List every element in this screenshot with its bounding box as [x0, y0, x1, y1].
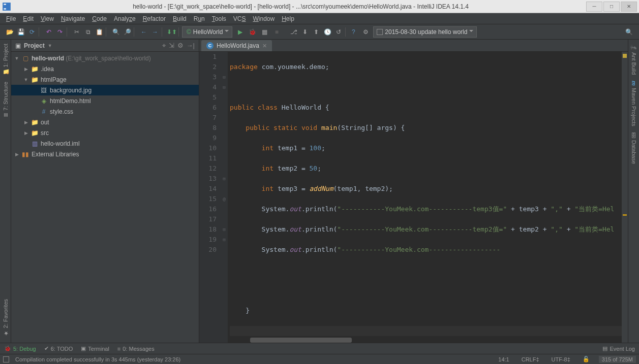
run-config-selector[interactable]: © HelloWorld	[182, 26, 232, 38]
help-icon[interactable]: ?	[349, 27, 358, 37]
undo-icon[interactable]: ↶	[44, 27, 53, 37]
menu-refactor[interactable]: Refactor	[140, 14, 169, 23]
chevron-down-icon[interactable]: ▼	[48, 43, 52, 48]
menu-help[interactable]: Help	[279, 14, 297, 23]
git-revert-icon[interactable]: ↺	[334, 27, 343, 37]
tree-external-libraries[interactable]: ▶ ▮▮ External Libraries	[11, 149, 199, 159]
tree-root[interactable]: ▼ ▢ hello-world (E:\git_work_space\hello…	[11, 53, 199, 63]
tool-messages[interactable]: ≡0: Messages	[117, 346, 155, 352]
css-file-icon: #	[40, 108, 48, 116]
minimize-button[interactable]: ─	[586, 2, 602, 12]
stop-icon[interactable]: ■	[272, 27, 281, 37]
file-encoding[interactable]: UTF-8‡	[549, 356, 573, 362]
close-button[interactable]: ✕	[621, 2, 637, 12]
line-separator[interactable]: CRLF‡	[519, 356, 542, 362]
git-branch-icon[interactable]: ⎇	[289, 27, 298, 37]
rail-maven[interactable]: mMaven Projects	[631, 81, 637, 126]
vcs-commit-selector[interactable]: 2015-08-30 update hello world	[373, 26, 477, 38]
bottom-tool-strip: 🐞5: Debug ✔6: TODO ▣Terminal ≡0: Message…	[0, 343, 639, 354]
git-history-icon[interactable]: 🕓	[323, 27, 332, 37]
menu-vcs[interactable]: VCS	[230, 14, 249, 23]
tree-file-htmldemo[interactable]: ▶ ◈ htmlDemo.html	[11, 95, 199, 106]
java-class-icon: C	[206, 42, 214, 49]
menu-file[interactable]: FFileile	[3, 14, 19, 23]
make-project-icon[interactable]: ⬇⬆	[167, 27, 176, 37]
rail-structure[interactable]: ≣7: Structure	[2, 82, 9, 117]
rail-project[interactable]: 📁1: Project	[2, 44, 9, 76]
open-icon[interactable]: 📂	[5, 27, 14, 37]
tree-htmlpage-folder[interactable]: ▼ 📁 htmlPage	[11, 74, 199, 85]
git-update-icon[interactable]: ⬇	[300, 27, 310, 37]
code-editor[interactable]: 1234567891011121314151617181920 ⊟⊟ ⊡ @ ⊡…	[199, 52, 628, 343]
menu-navigate[interactable]: Navigate	[58, 14, 88, 23]
tree-src-folder[interactable]: ▶ 📁 src	[11, 127, 199, 138]
editor-tab-helloworld[interactable]: C HelloWorld.java ✕	[201, 40, 272, 51]
horizontal-scrollbar[interactable]	[250, 338, 352, 343]
cut-icon[interactable]: ✂	[72, 27, 81, 37]
tree-out-folder[interactable]: ▶ 📁 out	[11, 117, 199, 127]
collapse-icon[interactable]: ⇲	[169, 42, 174, 50]
forward-icon[interactable]: →	[150, 27, 160, 37]
tool-event-log[interactable]: ▤Event Log	[602, 345, 635, 352]
replace-icon[interactable]: 🔎	[123, 27, 132, 37]
save-all-icon[interactable]: 💾	[16, 27, 25, 37]
back-icon[interactable]: ←	[139, 27, 148, 37]
tool-todo[interactable]: ✔6: TODO	[44, 345, 73, 352]
git-push-icon[interactable]: ⬆	[312, 27, 321, 37]
close-tab-icon[interactable]: ✕	[262, 43, 267, 49]
window-titlebar: hello-world - [E:\git_work_space\hello-w…	[0, 0, 639, 13]
sync-icon[interactable]: ⟳	[27, 27, 37, 37]
analysis-status-icon[interactable]	[623, 54, 627, 58]
tree-iml-file[interactable]: ▶ ▥ hello-world.iml	[11, 138, 199, 149]
menu-run[interactable]: Run	[191, 14, 208, 23]
code-content[interactable]: package com.youmeek.demo; public class H…	[228, 52, 622, 343]
menu-analyze[interactable]: Analyze	[111, 14, 139, 23]
hide-panel-icon[interactable]: →|	[187, 42, 195, 50]
svg-rect-1	[4, 4, 6, 5]
paste-icon[interactable]: 📋	[95, 27, 104, 37]
debug-icon[interactable]: 🐞	[248, 27, 257, 37]
menu-code[interactable]: Code	[89, 14, 110, 23]
menu-view[interactable]: View	[38, 14, 57, 23]
find-icon[interactable]: 🔍	[111, 27, 120, 37]
rail-favorites[interactable]: ★2: Favorites	[2, 299, 9, 337]
search-everywhere-icon[interactable]: 🔍	[625, 28, 633, 36]
project-panel-title[interactable]: Project	[24, 42, 45, 49]
tool-terminal[interactable]: ▣Terminal	[81, 345, 109, 352]
coverage-icon[interactable]: ▦	[260, 27, 269, 37]
locate-icon[interactable]: ⌖	[162, 42, 166, 50]
menu-edit[interactable]: Edit	[20, 14, 37, 23]
terminal-icon: ▣	[81, 345, 86, 352]
svg-rect-2	[4, 8, 6, 9]
tree-idea-folder[interactable]: ▶ 📁 .idea	[11, 63, 199, 74]
project-structure-icon[interactable]: ⚙	[361, 27, 370, 37]
tree-file-background[interactable]: ▶ 🖼 background.jpg	[11, 85, 199, 95]
project-tree[interactable]: ▼ ▢ hello-world (E:\git_work_space\hello…	[11, 52, 199, 343]
redo-icon[interactable]: ↷	[55, 27, 65, 37]
gear-icon[interactable]: ⚙	[177, 42, 184, 50]
project-scope-icon[interactable]: ▣	[15, 42, 21, 49]
copy-icon[interactable]: ⧉	[83, 27, 93, 37]
rail-database[interactable]: 🗄Database	[631, 133, 637, 164]
status-message: Compilation completed successfully in 3s…	[15, 356, 489, 362]
libraries-icon: ▮▮	[21, 150, 29, 158]
caret-position[interactable]: 14:1	[495, 356, 512, 362]
editor-scrollbar[interactable]	[622, 52, 628, 343]
maximize-button[interactable]: □	[603, 2, 620, 12]
menu-build[interactable]: Build	[170, 14, 190, 23]
project-panel-header: ▣ Project ▼ ⌖ ⇲ ⚙ →|	[11, 40, 199, 52]
tool-windows-icon[interactable]	[3, 356, 9, 362]
main-menubar: FFileile Edit View Navigate Code Analyze…	[0, 13, 639, 24]
gutter-override-icon[interactable]: @	[221, 194, 228, 204]
tree-file-stylecss[interactable]: ▶ # style.css	[11, 106, 199, 117]
fold-gutter[interactable]: ⊟⊟ ⊡ @ ⊡⊡	[221, 52, 228, 343]
menu-window[interactable]: Window	[250, 14, 278, 23]
readonly-lock-icon[interactable]: 🔓	[580, 356, 593, 362]
rail-ant[interactable]: 🐜Ant Build	[630, 44, 637, 75]
memory-indicator[interactable]: 315 of 725M	[599, 356, 636, 363]
menu-tools[interactable]: Tools	[209, 14, 229, 23]
tool-debug[interactable]: 🐞5: Debug	[4, 345, 36, 352]
editor-area: C HelloWorld.java ✕ 12345678910111213141…	[199, 40, 628, 343]
run-icon[interactable]: ▶	[235, 27, 245, 37]
warning-stripe[interactable]	[623, 214, 627, 216]
